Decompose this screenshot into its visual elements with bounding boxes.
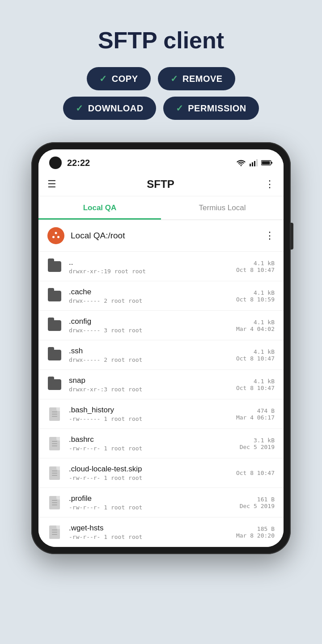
- file-meta: -rw------ 1 root root: [69, 415, 229, 422]
- file-item[interactable]: .bash_history-rw------ 1 root root474 BM…: [38, 399, 284, 429]
- file-list: ..drwxr-xr-:19 root root4.1 kBOct 8 10:4…: [38, 252, 284, 547]
- file-icon: [47, 466, 62, 480]
- file-size-date: 161 BDec 5 2019: [240, 496, 275, 509]
- phone-screen: 22:22: [38, 149, 284, 547]
- side-button: [291, 223, 293, 250]
- file-name: .ssh: [69, 347, 229, 356]
- file-icon: [47, 525, 62, 539]
- svg-rect-1: [250, 164, 251, 166]
- hero-section: SFTP client ✓ COPY ✓ REMOVE ✓ DOWNLOAD ✓…: [0, 0, 322, 133]
- tabs-bar: Local QA Termius Local: [38, 196, 284, 220]
- tab-local-qa[interactable]: Local QA: [38, 196, 161, 220]
- file-size-date: Oct 8 10:47: [236, 470, 275, 476]
- folder-icon: [47, 289, 62, 303]
- wifi-icon: [236, 159, 246, 166]
- file-item[interactable]: .configdrwx----- 3 root root4.1 kBMar 4 …: [38, 311, 284, 340]
- file-item[interactable]: .cachedrwx----- 2 root root4.1 kBOct 8 1…: [38, 281, 284, 311]
- file-meta: drwxr-xr-:3 root root: [69, 386, 229, 393]
- file-name: .bash_history: [69, 406, 229, 415]
- file-meta: -rw-r--r- 1 root root: [69, 445, 233, 452]
- folder-icon: [47, 377, 62, 392]
- file-meta: drwx----- 2 root root: [69, 297, 229, 304]
- file-icon: [47, 407, 62, 421]
- file-name: snap: [69, 376, 229, 385]
- folder-icon: [47, 318, 62, 333]
- camera-icon: [49, 157, 62, 169]
- svg-rect-2: [252, 162, 253, 166]
- file-size-date: 4.1 kBOct 8 10:59: [236, 289, 275, 303]
- file-name: .cache: [69, 288, 229, 297]
- more-options-icon[interactable]: ⋮: [265, 178, 275, 190]
- check-icon: ✓: [76, 103, 84, 114]
- ubuntu-icon: [47, 227, 64, 244]
- file-item[interactable]: ..drwxr-xr-:19 root root4.1 kBOct 8 10:4…: [38, 252, 284, 281]
- file-meta: -rw-r--r- 1 root root: [69, 534, 229, 540]
- file-size-date: 4.1 kBOct 8 10:47: [236, 348, 275, 362]
- path-left: Local QA:/root: [47, 227, 125, 244]
- file-item[interactable]: .wget-hsts-rw-r--r- 1 root root185 BMar …: [38, 517, 284, 547]
- path-title: Local QA:/root: [71, 231, 125, 241]
- check-icon: ✓: [170, 73, 178, 84]
- file-name: .wget-hsts: [69, 524, 229, 533]
- svg-rect-7: [262, 161, 270, 165]
- file-item[interactable]: .sshdrwx----- 2 root root4.1 kBOct 8 10:…: [38, 340, 284, 370]
- file-size-date: 4.1 kBOct 8 10:47: [236, 260, 275, 273]
- file-size-date: 3.1 kBDec 5 2019: [240, 437, 275, 450]
- svg-rect-6: [271, 162, 272, 164]
- svg-point-10: [52, 236, 55, 238]
- svg-point-0: [241, 165, 242, 166]
- file-item[interactable]: .profile-rw-r--r- 1 root root161 BDec 5 …: [38, 488, 284, 517]
- file-size-date: 474 BMar 4 06:17: [236, 407, 275, 421]
- file-name: .profile: [69, 494, 233, 503]
- phone-outer: 22:22: [31, 142, 291, 554]
- tab-termius-local[interactable]: Termius Local: [161, 196, 284, 220]
- battery-icon: [261, 160, 273, 166]
- badge-row-2: ✓ DOWNLOAD ✓ PERMISSION: [63, 97, 259, 120]
- file-item[interactable]: .cloud-locale-test.skip-rw-r--r- 1 root …: [38, 458, 284, 488]
- file-meta: drwx----- 2 root root: [69, 356, 229, 363]
- file-name: .bashrc: [69, 435, 233, 444]
- file-item[interactable]: .bashrc-rw-r--r- 1 root root3.1 kBDec 5 …: [38, 429, 284, 458]
- check-icon: ✓: [176, 103, 184, 114]
- path-more-icon[interactable]: ⋮: [265, 230, 275, 242]
- path-bar: Local QA:/root ⋮: [38, 220, 284, 252]
- file-meta: -rw-r--r- 1 root root: [69, 475, 229, 481]
- file-name: .cloud-locale-test.skip: [69, 465, 229, 474]
- file-meta: drwxr-xr-:19 root root: [69, 268, 229, 275]
- file-meta: -rw-r--r- 1 root root: [69, 504, 233, 511]
- svg-rect-4: [256, 159, 258, 166]
- folder-icon: [47, 259, 62, 274]
- remove-badge[interactable]: ✓ REMOVE: [158, 67, 235, 90]
- svg-rect-3: [254, 161, 255, 166]
- feature-badges: ✓ COPY ✓ REMOVE ✓ DOWNLOAD ✓ PERMISSION: [63, 67, 259, 120]
- file-meta: drwx----- 3 root root: [69, 327, 229, 334]
- file-icon: [47, 436, 62, 451]
- status-bar: 22:22: [38, 149, 284, 173]
- svg-point-11: [57, 236, 59, 238]
- file-size-date: 185 BMar 8 20:20: [236, 525, 275, 539]
- status-left: 22:22: [49, 157, 90, 169]
- app-title: SFTP: [147, 178, 174, 191]
- status-time: 22:22: [67, 158, 90, 168]
- svg-point-9: [55, 232, 57, 234]
- file-name: .config: [69, 317, 229, 326]
- download-badge[interactable]: ✓ DOWNLOAD: [63, 97, 156, 120]
- file-size-date: 4.1 kBMar 4 04:02: [236, 319, 275, 332]
- phone-mockup: 22:22: [31, 142, 291, 554]
- app-bar: ☰ SFTP ⋮: [38, 173, 284, 196]
- file-name: ..: [69, 258, 229, 267]
- folder-icon: [47, 348, 62, 362]
- copy-badge[interactable]: ✓ COPY: [87, 67, 150, 90]
- file-icon: [47, 496, 62, 510]
- status-icons: [236, 159, 273, 166]
- signal-icon: [250, 159, 258, 166]
- permission-badge[interactable]: ✓ PERMISSION: [163, 97, 259, 120]
- hero-title: SFTP client: [98, 27, 224, 54]
- badge-row-1: ✓ COPY ✓ REMOVE: [87, 67, 235, 90]
- file-item[interactable]: snapdrwxr-xr-:3 root root4.1 kBOct 8 10:…: [38, 370, 284, 399]
- check-icon: ✓: [99, 73, 107, 84]
- file-size-date: 4.1 kBOct 8 10:47: [236, 378, 275, 391]
- hamburger-menu-icon[interactable]: ☰: [47, 178, 56, 190]
